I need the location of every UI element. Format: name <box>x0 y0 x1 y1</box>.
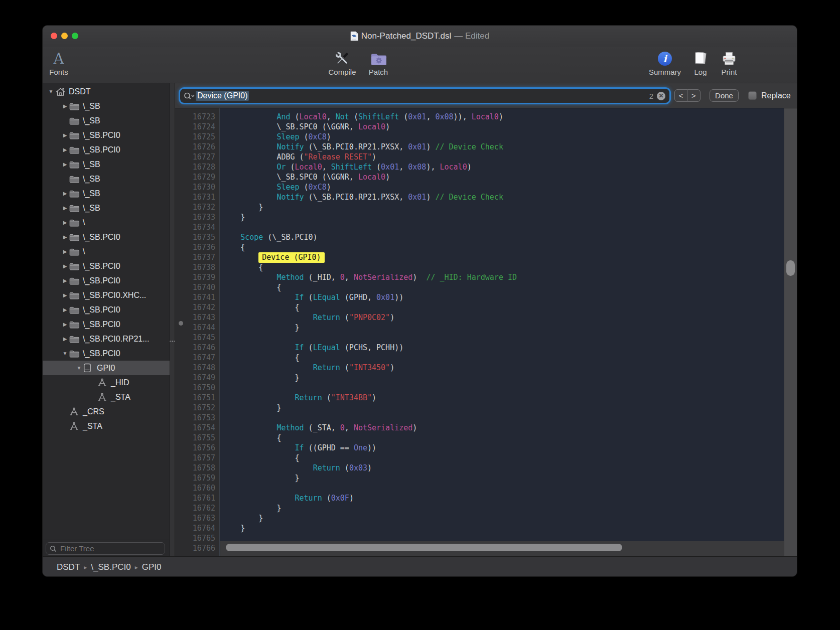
toolbar-patch-button[interactable]: Patch <box>360 50 396 76</box>
code-token: ( <box>340 363 349 372</box>
tree-item-sb[interactable]: ▶\_SB <box>43 99 170 113</box>
disclosure-triangle[interactable]: ▶ <box>61 278 69 283</box>
tree-item-sta[interactable]: _STA <box>43 419 170 433</box>
tree-item-dsdt[interactable]: ▼DSDT <box>43 84 170 99</box>
tree-item-sbpci0[interactable]: ▶\_SB.PCI0 <box>43 273 170 288</box>
breadcrumb-item[interactable]: DSDT <box>57 562 80 572</box>
code-line: Device (GPI0) <box>222 252 325 262</box>
tree-item-sbpci0[interactable]: ▶\_SB.PCI0 <box>43 302 170 317</box>
pane-divider[interactable] <box>170 83 175 556</box>
vertical-scrollbar-thumb[interactable] <box>786 260 795 276</box>
code-token: "INT3450" <box>349 363 390 372</box>
code-token: ( <box>304 343 313 352</box>
disclosure-triangle[interactable]: ▶ <box>61 249 69 254</box>
breadcrumb-item[interactable]: \_SB.PCI0 <box>91 562 130 572</box>
disclosure-triangle[interactable]: ▶ <box>61 263 69 269</box>
app-window: Non-Patched_DSDT.dsl — Edited AFontsComp… <box>42 25 797 577</box>
code-token: (_STA, <box>304 423 340 432</box>
toolbar-fonts-button[interactable]: AFonts <box>43 50 75 76</box>
vertical-scrollbar[interactable] <box>784 108 797 556</box>
disclosure-triangle[interactable]: ▶ <box>61 162 69 167</box>
code-token: } <box>276 403 281 412</box>
tree-item-gpi0[interactable]: ▼GPI0 <box>43 361 170 375</box>
toolbar-compile-button[interactable]: Compile <box>324 50 360 76</box>
code-token: 0 <box>340 423 345 432</box>
sidebar-tree: ▼DSDT▶\_SB\_SB▶\_SB.PCI0▶\_SB.PCI0▶\_SB\… <box>43 83 170 541</box>
filter-tree-field[interactable] <box>46 542 165 555</box>
tree-item-hid[interactable]: _HID <box>43 375 170 390</box>
code-line: } <box>222 212 245 222</box>
previous-match-button[interactable]: < <box>674 89 687 102</box>
disclosure-triangle[interactable]: ▶ <box>61 336 69 342</box>
tree-item-label: \ <box>83 247 85 256</box>
code-token: 0x01 <box>376 293 394 302</box>
tree-item-sbpci0[interactable]: ▶\_SB.PCI0 <box>43 259 170 273</box>
disclosure-triangle[interactable]: ▶ <box>61 292 69 298</box>
disclosure-triangle[interactable]: ▼ <box>47 89 55 94</box>
line-number: 16739 <box>193 272 215 282</box>
disclosure-triangle[interactable]: ▶ <box>61 205 69 211</box>
tree-item-sbpci0[interactable]: ▶\_SB.PCI0 <box>43 128 170 142</box>
disclosure-triangle[interactable]: ▶ <box>61 322 69 327</box>
replace-checkbox[interactable] <box>748 91 757 100</box>
search-menu-icon[interactable] <box>183 92 196 100</box>
breadcrumb: DSDT▸\_SB.PCI0▸GPI0 <box>43 556 797 577</box>
code-token: { <box>258 263 263 272</box>
tree-item-sb[interactable]: ▶\_SB <box>43 157 170 172</box>
code-token: } <box>295 474 300 483</box>
code-token: ) <box>327 183 331 192</box>
filter-tree-input[interactable] <box>59 544 147 553</box>
clear-search-button[interactable]: ✕ <box>657 92 665 100</box>
code-line: } <box>222 473 300 483</box>
tree-item-label: \_SB <box>83 102 100 111</box>
tree-item-sbpci0[interactable]: ▶\_SB.PCI0 <box>43 230 170 244</box>
tree-item-root[interactable]: ▶\ <box>43 244 170 259</box>
code-token: 0xC8 <box>309 183 327 192</box>
next-match-button[interactable]: > <box>687 89 701 102</box>
breadcrumb-item[interactable]: GPI0 <box>142 562 162 572</box>
line-number: 16756 <box>193 443 215 453</box>
toolbar-print-button[interactable]: Print <box>714 50 744 76</box>
disclosure-triangle[interactable]: ▶ <box>61 191 69 196</box>
folder-icon <box>69 233 81 241</box>
disclosure-triangle[interactable]: ▶ <box>61 307 69 312</box>
code-line: Or (Local0, ShiftLeft (0x01, 0x08), Loca… <box>222 162 472 172</box>
tree-item-sbpci0rp21[interactable]: ▶\_SB.PCI0.RP21... <box>43 332 170 346</box>
code-content[interactable]: And (Local0, Not (ShiftLeft (0x01, 0x08)… <box>220 108 784 541</box>
code-line: } <box>222 403 281 413</box>
disclosure-triangle[interactable]: ▶ <box>61 132 69 138</box>
code-token: ) <box>426 193 435 202</box>
code-line: \_SB.SPC0 (\GGNR, Local0) <box>222 172 390 182</box>
tree-item-sb[interactable]: ▶\_SB <box>43 186 170 201</box>
code-line: If ((GPHD == One)) <box>222 443 376 453</box>
breadcrumb-separator-icon: ▸ <box>84 564 87 571</box>
toolbar-summary-button[interactable]: iSummary <box>647 50 683 76</box>
disclosure-triangle[interactable]: ▶ <box>61 147 69 152</box>
done-button[interactable]: Done <box>710 89 739 102</box>
tree-item-sbpci0[interactable]: ▼\_SB.PCI0 <box>43 346 170 361</box>
horizontal-scrollbar-thumb[interactable] <box>226 544 622 551</box>
code-token: , <box>426 112 435 121</box>
disclosure-triangle[interactable]: ▼ <box>61 351 69 356</box>
disclosure-triangle[interactable]: ▼ <box>75 365 83 371</box>
toolbar-log-button[interactable]: Log <box>685 50 716 76</box>
disclosure-triangle[interactable]: ▶ <box>61 220 69 225</box>
search-input[interactable]: Device (GPI0) 2 ✕ <box>180 89 669 103</box>
tree-item-sbpci0[interactable]: ▶\_SB.PCI0 <box>43 142 170 157</box>
tree-item-sb[interactable]: \_SB <box>43 113 170 128</box>
disclosure-triangle[interactable]: ▶ <box>61 103 69 109</box>
tree-item-sbpci0[interactable]: ▶\_SB.PCI0 <box>43 317 170 332</box>
code-editor[interactable]: 1672316724167251672616727167281672916730… <box>175 108 797 556</box>
horizontal-scrollbar[interactable] <box>220 541 784 556</box>
tree-item-sbpci0xhc[interactable]: ▶\_SB.PCI0.XHC... <box>43 288 170 302</box>
tree-item-sta[interactable]: _STA <box>43 390 170 404</box>
tree-item-sb[interactable]: ▶\_SB <box>43 201 170 215</box>
tree-item-sb[interactable]: \_SB <box>43 172 170 186</box>
code-token: ) <box>327 132 331 141</box>
line-number: 16750 <box>193 383 215 393</box>
code-line: Return ("INT3450") <box>222 363 394 373</box>
tree-item-root[interactable]: ▶\ <box>43 215 170 230</box>
tree-item-crs[interactable]: _CRS <box>43 404 170 419</box>
code-token: 0x01 <box>381 163 399 172</box>
disclosure-triangle[interactable]: ▶ <box>61 234 69 240</box>
